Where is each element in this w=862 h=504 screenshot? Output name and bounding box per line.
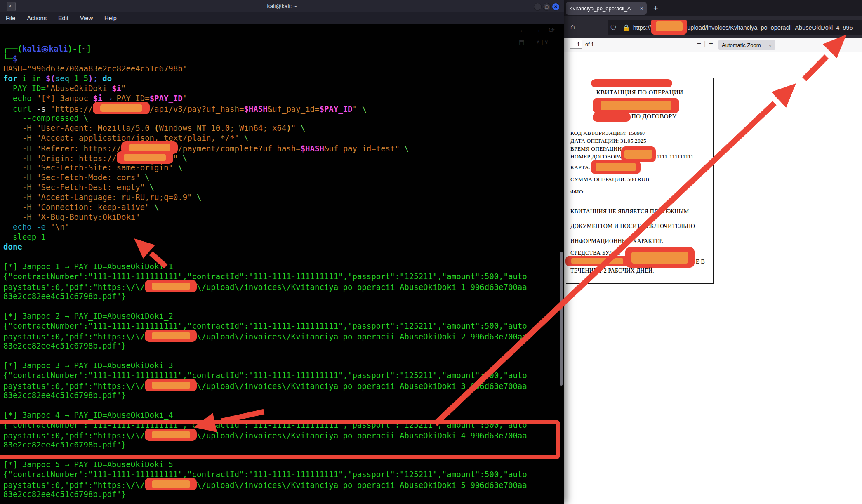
terminal-redaction — [145, 379, 197, 391]
receipt-card-label: КАРТА: — [570, 164, 591, 171]
receipt-op-date: ДАТА ОПЕРАЦИИ: 31.05.2025 — [570, 138, 646, 144]
pdf-receipt-page: КВИТАНЦИЯ ПО ОПЕРАЦИИ ПО ДОГОВОРУ КОД АВ… — [566, 78, 714, 284]
close-button[interactable]: ✕ — [552, 3, 560, 11]
zoom-select[interactable]: Automatic Zoom ⌄ — [718, 40, 775, 50]
terminal-redaction — [145, 478, 197, 490]
url-bar[interactable]: 🛡 🔒 https:// upload/invoices/Kvitanciya_… — [608, 20, 862, 35]
zoom-out-button[interactable]: − — [697, 40, 701, 48]
receipt-funds-tail: Е В — [696, 259, 705, 265]
url-path: upload/invoices/Kvitanciya_po_operacii_A… — [687, 24, 853, 31]
redaction-funds-left — [565, 256, 629, 266]
redaction-card-number — [591, 160, 641, 174]
receipt-contract-value: 1111-111111111 — [657, 153, 694, 160]
url-scheme: https:// — [633, 24, 651, 31]
receipt-contract-label: НОМЕР ДОГОВОРА — [570, 153, 622, 160]
minimize-button[interactable]: − — [534, 3, 542, 11]
redaction-top-bar — [591, 79, 672, 87]
url-domain-redaction — [651, 20, 687, 35]
tab-title: Kvitanciya_po_operacii_A — [569, 5, 638, 12]
receipt-amount: СУММА ОПЕРАЦИИ: 500 RUB — [570, 176, 649, 183]
menu-help[interactable]: Help — [104, 15, 117, 21]
pdf-toolbar: of 1 − | + Automatic Zoom ⌄ — [555, 38, 862, 52]
pdf-page-input[interactable] — [570, 40, 582, 49]
redaction-contract-caption — [593, 113, 631, 122]
terminal-scrollbar-thumb[interactable] — [560, 252, 563, 386]
menu-actions[interactable]: Actions — [27, 15, 47, 21]
menu-view[interactable]: View — [80, 15, 93, 21]
receipt-fio: ФИО: . — [570, 188, 591, 195]
zoom-select-label: Automatic Zoom — [722, 42, 761, 48]
ghost-forward-icon: → — [534, 26, 541, 34]
receipt-note-line3: ИНФОРМАЦИОННЫЙ ХАРАКТЕР. — [570, 238, 663, 245]
terminal-redaction — [145, 280, 197, 292]
pdf-page-count: of 1 — [585, 42, 594, 47]
menu-file[interactable]: File — [6, 15, 15, 21]
ghost-reload-icon: ⟳ — [549, 26, 555, 35]
terminal-redaction — [145, 330, 197, 342]
home-icon[interactable]: ⌂ — [570, 23, 579, 31]
terminal-title-bar[interactable]: >_ kali@kali: ~ − ▢ ✕ — [0, 0, 564, 12]
receipt-contract-caption: ПО ДОГОВОРУ — [631, 113, 676, 120]
zoom-in-button[interactable]: + — [709, 40, 713, 48]
ghost-chevrons: ∧ | ∨ — [536, 39, 549, 45]
redaction-funds-right — [625, 247, 695, 268]
receipt-title: КВИТАНЦИЯ ПО ОПЕРАЦИИ — [566, 89, 713, 96]
terminal-redaction — [117, 151, 173, 164]
annotation-highlight-box — [0, 420, 560, 459]
receipt-funds-line2: ТЕЧЕНИЕ 1-2 РАБОЧИХ ДНЕЙ. — [570, 268, 654, 274]
menu-edit[interactable]: Edit — [58, 15, 68, 21]
browser-tab[interactable]: Kvitanciya_po_operacii_A × — [566, 2, 647, 15]
ghost-back-icon: ← — [519, 26, 526, 34]
receipt-auth-code: КОД АВТОРИЗАЦИИ: 158997 — [570, 130, 645, 137]
lock-icon[interactable]: 🔒 — [622, 24, 630, 31]
shield-icon[interactable]: 🛡 — [610, 24, 617, 31]
tab-close-icon[interactable]: × — [640, 5, 643, 12]
browser-nav-bar: ⌂ 🛡 🔒 https:// upload/invoices/Kvitanciy… — [555, 16, 862, 38]
new-tab-button[interactable]: + — [650, 3, 661, 13]
ghost-sidebar-icon: ▤ — [519, 39, 524, 45]
receipt-note-line1: КВИТАНЦИЯ НЕ ЯВЛЯЕТСЯ ПЛАТЕЖНЫМ — [570, 208, 689, 215]
receipt-note-line2: ДОКУМЕНТОМ И НОСИТ ИСКЛЮЧИТЕЛЬНО — [570, 223, 695, 230]
chevron-down-icon: ⌄ — [768, 42, 772, 48]
terminal-redaction — [93, 102, 149, 114]
redaction-merchant — [593, 98, 679, 113]
maximize-button[interactable]: ▢ — [543, 3, 551, 11]
terminal-menu-bar: File Actions Edit View Help — [0, 12, 564, 24]
terminal-title: kali@kali: ~ — [0, 3, 564, 9]
toolbar-divider: | — [704, 40, 706, 47]
browser-tab-bar: Kvitanciya_po_operacii_A × + — [555, 0, 862, 16]
